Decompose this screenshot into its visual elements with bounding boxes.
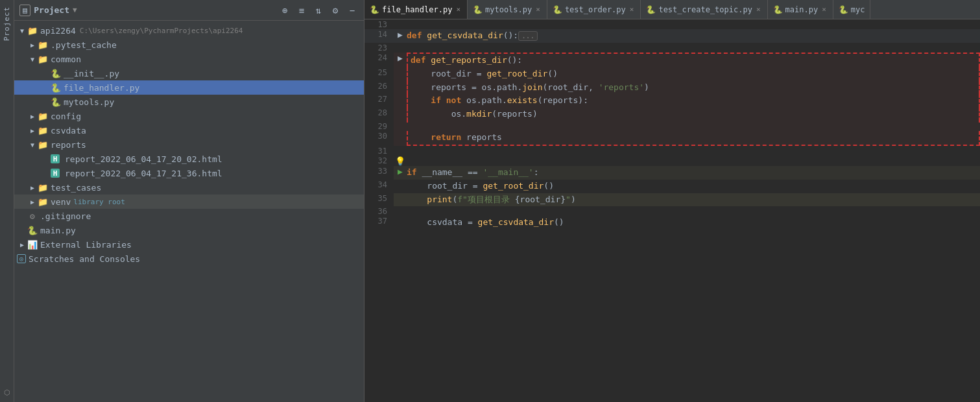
main-label: main.py: [40, 226, 76, 235]
code-line-35: 35 print(f"项目根目录 {root_dir}"): [365, 193, 980, 207]
tab-myc[interactable]: 🐍 myc: [833, 0, 871, 19]
venv-label: venv: [51, 197, 71, 207]
main-icon: 🐍: [27, 225, 38, 235]
project-label: Project: [34, 5, 69, 15]
tab-test-create-topic-label: test_create_topic.py: [658, 5, 752, 14]
gutter-27: [394, 94, 407, 108]
tree-item-gitignore[interactable]: ⚙ .gitignore: [14, 209, 364, 223]
tab-test-order[interactable]: 🐍 test_order.py ×: [547, 0, 641, 19]
tab-file-handler-close[interactable]: ×: [455, 5, 462, 14]
line-content-13: [407, 19, 980, 29]
mytools-icon: 🐍: [51, 97, 61, 107]
tree-root[interactable]: ▼ 📁 api2264 C:\Users\zengy\PycharmProjec…: [14, 23, 364, 38]
collapse-all-button[interactable]: ≡: [295, 4, 308, 17]
line-num-27: 27: [365, 94, 394, 108]
common-arrow: ▼: [27, 54, 38, 64]
line-content-35: print(f"项目根目录 {root_dir}"): [407, 193, 980, 207]
line-content-26: reports = os.path.join(root_dir, 'report…: [407, 81, 980, 95]
ext-libs-arrow: ▶: [17, 239, 27, 250]
gutter-26: [394, 81, 407, 95]
code-line-33: 33 ▶ if __name__ == '__main__':: [365, 166, 980, 180]
tree-item-report2[interactable]: H report_2022_06_04_17_21_36.html: [14, 166, 364, 180]
pytest-cache-icon: 📁: [38, 40, 48, 50]
project-icon: ▤: [19, 5, 30, 16]
tab-test-create-topic-close[interactable]: ×: [755, 5, 762, 14]
run-button[interactable]: ▶: [398, 167, 403, 176]
line-content-37: csvdata = get_csvdata_dir(): [407, 216, 980, 230]
project-tab[interactable]: Project ⬡: [0, 0, 14, 402]
tab-main-close[interactable]: ×: [820, 5, 828, 14]
code-line-27: 27 if not os.path.exists(reports):: [365, 94, 980, 108]
tree-item-common[interactable]: ▼ 📁 common: [14, 52, 364, 66]
gutter-14[interactable]: ▶: [394, 29, 407, 43]
tab-file-handler[interactable]: 🐍 file_handler.py ×: [365, 0, 468, 19]
line-num-24: 24: [365, 53, 394, 67]
tree-item-init[interactable]: 🐍 __init__.py: [14, 66, 364, 80]
code-line-23: 23: [365, 43, 980, 53]
file-handler-icon: 🐍: [51, 82, 61, 93]
line-content-28: os.mkdir(reports): [407, 108, 980, 121]
scratch-icon: ⊙: [17, 254, 26, 263]
gutter-24[interactable]: ▶: [394, 53, 407, 67]
sidebar-tree: ▼ 📁 api2264 C:\Users\zengy\PycharmProjec…: [14, 21, 364, 402]
tree-item-reports[interactable]: ▼ 📁 reports: [14, 137, 364, 152]
close-sidebar-button[interactable]: −: [346, 4, 359, 17]
project-tab-bottom-icon: ⬡: [4, 387, 10, 397]
test-cases-icon: 📁: [38, 182, 48, 193]
tab-main[interactable]: 🐍 main.py ×: [768, 0, 833, 19]
tree-item-csvdata[interactable]: ▶ 📁 csvdata: [14, 123, 364, 137]
tree-item-external-libs[interactable]: ▶ 📊 External Libraries: [14, 237, 364, 252]
line-num-30: 30: [365, 131, 394, 146]
ext-libs-icon: 📊: [27, 239, 38, 250]
tab-test-order-close[interactable]: ×: [628, 5, 636, 14]
tree-item-mytools[interactable]: 🐍 mytools.py: [14, 95, 364, 109]
gutter-33[interactable]: ▶: [394, 166, 407, 180]
line-content-30: return reports: [407, 131, 980, 146]
root-folder-icon: 📁: [27, 25, 38, 36]
tab-mytools-close[interactable]: ×: [534, 5, 542, 14]
locate-file-button[interactable]: ⊕: [278, 4, 291, 17]
code-lines: 13 14 ▶ def get_csvdata_dir():... 23 24 …: [365, 19, 980, 230]
line-num-23: 23: [365, 43, 394, 53]
tree-item-main[interactable]: 🐍 main.py: [14, 223, 364, 237]
gutter-35: [394, 193, 407, 207]
project-dropdown-icon[interactable]: ▼: [73, 6, 77, 14]
tab-myc-label: myc: [851, 5, 865, 14]
line-num-26: 26: [365, 81, 394, 95]
tab-test-create-topic-icon: 🐍: [646, 5, 656, 14]
code-editor[interactable]: 13 14 ▶ def get_csvdata_dir():... 23 24 …: [365, 19, 980, 402]
tab-file-handler-icon: 🐍: [370, 5, 379, 14]
tree-item-test-cases[interactable]: ▶ 📁 test_cases: [14, 180, 364, 195]
code-line-31: 31: [365, 146, 980, 156]
line-num-37: 37: [365, 216, 394, 230]
tree-item-report1[interactable]: H report_2022_06_04_17_20_02.html: [14, 152, 364, 166]
settings-button[interactable]: ⚙: [329, 4, 342, 17]
tree-item-config[interactable]: ▶ 📁 config: [14, 109, 364, 123]
tree-item-scratches[interactable]: ⊙ Scratches and Consoles: [14, 252, 364, 266]
report2-icon: H: [51, 169, 60, 178]
tree-item-venv[interactable]: ▶ 📁 venv library root: [14, 195, 364, 209]
pytest-cache-arrow: ▶: [27, 40, 38, 50]
venv-icon: 📁: [38, 196, 48, 207]
line-num-28: 28: [365, 108, 394, 121]
tab-myc-icon: 🐍: [839, 5, 848, 14]
project-tab-label[interactable]: Project: [1, 0, 13, 47]
csvdata-arrow: ▶: [27, 125, 38, 136]
common-label: common: [51, 54, 81, 64]
sort-button[interactable]: ⇅: [312, 4, 325, 17]
gutter-29: [394, 121, 407, 131]
report2-label: report_2022_06_04_17_21_36.html: [65, 169, 222, 178]
gutter-32[interactable]: 💡: [394, 156, 407, 166]
gutter-23: [394, 43, 407, 53]
bulb-icon[interactable]: 💡: [395, 156, 405, 166]
csvdata-label: csvdata: [51, 126, 86, 136]
line-num-36: 36: [365, 206, 394, 216]
tab-test-create-topic[interactable]: 🐍 test_create_topic.py ×: [641, 0, 767, 19]
tab-test-order-icon: 🐍: [553, 5, 562, 14]
sidebar-title: ▤ Project ▼: [19, 5, 274, 16]
tree-item-file-handler[interactable]: 🐍 file_handler.py: [14, 80, 364, 95]
code-line-14: 14 ▶ def get_csvdata_dir():...: [365, 29, 980, 43]
tab-mytools[interactable]: 🐍 mytools.py ×: [468, 0, 547, 19]
ext-libs-label: External Libraries: [40, 240, 132, 250]
tree-item-pytest-cache[interactable]: ▶ 📁 .pytest_cache: [14, 38, 364, 52]
